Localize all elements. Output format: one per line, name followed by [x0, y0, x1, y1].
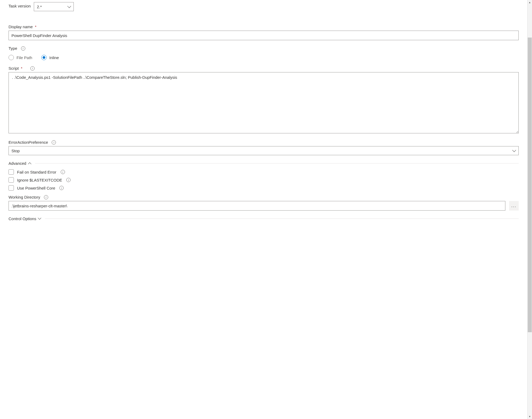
scrollbar-thumb[interactable] — [528, 38, 532, 332]
advanced-section-toggle[interactable]: Advanced — [9, 161, 519, 166]
scroll-up-arrow-icon[interactable]: ▲ — [527, 0, 532, 5]
info-icon[interactable]: i — [30, 66, 35, 71]
task-version-row: Task version 2.* — [9, 2, 519, 11]
working-dir-label: Working Directory i — [9, 195, 48, 199]
error-action-select[interactable]: Stop — [9, 146, 519, 155]
type-label: Type i — [9, 46, 25, 51]
type-row: Type i File Path Inline — [9, 46, 519, 60]
display-name-input[interactable] — [9, 31, 519, 40]
type-label-text: Type — [9, 46, 17, 51]
error-action-row: ErrorActionPreference i Stop — [9, 140, 519, 155]
info-icon[interactable]: i — [44, 195, 48, 199]
type-radio-group: File Path Inline — [9, 55, 519, 60]
error-action-select-wrap: Stop — [9, 146, 519, 155]
task-version-label: Task version — [9, 4, 31, 8]
ignore-lastexitcode-checkbox[interactable] — [9, 177, 14, 183]
ignore-lastexitcode-row: Ignore $LASTEXITCODE i — [9, 177, 519, 183]
display-name-label-text: Display name — [9, 24, 33, 29]
task-version-select-wrap: 2.* — [34, 2, 74, 11]
script-label: Script * i — [9, 66, 35, 71]
info-icon[interactable]: i — [52, 140, 56, 145]
required-asterisk: * — [21, 66, 22, 71]
scroll-down-arrow-icon[interactable]: ▼ — [527, 414, 532, 419]
radio-file-path[interactable]: File Path — [9, 55, 32, 60]
task-version-select[interactable]: 2.* — [34, 2, 74, 11]
error-action-label: ErrorActionPreference i — [9, 140, 56, 145]
info-icon[interactable]: i — [61, 170, 65, 174]
error-action-label-text: ErrorActionPreference — [9, 140, 48, 145]
radio-file-path-label: File Path — [17, 55, 32, 60]
task-version-label-text: Task version — [9, 4, 31, 8]
radio-inline-label: Inline — [49, 55, 59, 60]
radio-circle-icon — [41, 55, 47, 60]
chevron-down-icon — [38, 216, 41, 220]
required-asterisk: * — [35, 24, 36, 29]
script-label-text: Script — [9, 66, 19, 71]
use-pwsh-core-checkbox[interactable] — [9, 185, 14, 191]
script-row: Script * i — [9, 66, 519, 134]
ignore-lastexitcode-label: Ignore $LASTEXITCODE — [17, 178, 62, 182]
advanced-label: Advanced — [9, 161, 26, 166]
use-pwsh-core-label: Use PowerShell Core — [17, 186, 55, 190]
working-dir-row: Working Directory i ... — [9, 195, 519, 211]
control-options-section-toggle[interactable]: Control Options — [9, 216, 519, 221]
task-form: Task version 2.* Display name * Type i F… — [0, 0, 527, 419]
section-divider — [35, 163, 519, 163]
radio-inline[interactable]: Inline — [41, 55, 59, 60]
info-icon[interactable]: i — [66, 178, 71, 182]
display-name-label: Display name * — [9, 24, 36, 29]
scrollbar-track[interactable] — [527, 5, 532, 414]
use-pwsh-core-row: Use PowerShell Core i — [9, 185, 519, 191]
working-dir-input-row: ... — [9, 201, 519, 211]
script-textarea[interactable] — [9, 72, 519, 133]
fail-on-stderr-label: Fail on Standard Error — [17, 170, 56, 174]
control-options-label: Control Options — [9, 216, 36, 221]
radio-circle-icon — [9, 55, 14, 60]
chevron-up-icon — [28, 162, 31, 166]
section-divider — [45, 219, 519, 219]
fail-on-stderr-checkbox[interactable] — [9, 169, 14, 175]
vertical-scrollbar[interactable]: ▲ ▼ — [527, 0, 532, 419]
working-dir-label-text: Working Directory — [9, 195, 40, 199]
info-icon[interactable]: i — [59, 186, 64, 190]
browse-button[interactable]: ... — [509, 201, 519, 211]
info-icon[interactable]: i — [21, 46, 25, 51]
working-dir-input[interactable] — [9, 201, 505, 211]
display-name-row: Display name * — [9, 24, 519, 40]
advanced-body: Fail on Standard Error i Ignore $LASTEXI… — [9, 169, 519, 211]
fail-on-stderr-row: Fail on Standard Error i — [9, 169, 519, 175]
